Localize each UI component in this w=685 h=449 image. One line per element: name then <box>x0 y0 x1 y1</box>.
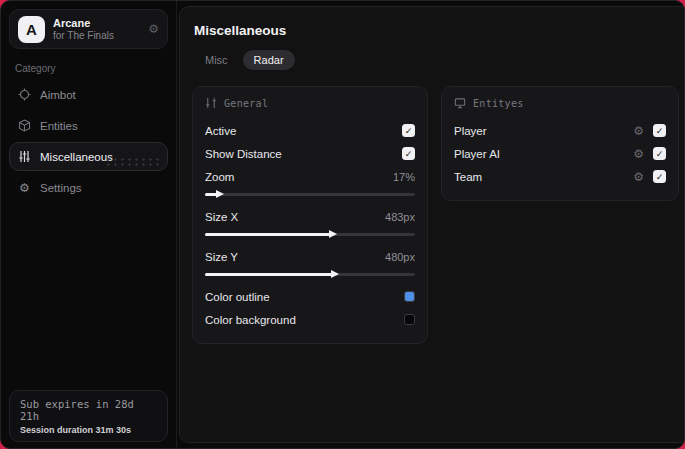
crosshair-icon <box>18 88 31 101</box>
gear-icon[interactable]: ⚙ <box>633 147 644 161</box>
entities-panel-header: Entityes <box>454 97 666 109</box>
page-title: Miscellaneous <box>194 23 677 38</box>
entities-panel: Entityes Player ⚙ Player AI ⚙ <box>441 86 679 201</box>
sidebar: A Arcane for The Finals ⚙ Category Aimbo… <box>1 1 177 448</box>
slider-value: 480px <box>385 251 415 263</box>
slider-thumb[interactable] <box>216 190 224 198</box>
slider-value: 17% <box>393 171 415 183</box>
player-checkbox[interactable] <box>653 124 666 137</box>
sub-expiry-text: Sub expires in 28d 21h <box>20 398 157 422</box>
toggle-label: Show Distance <box>205 148 282 160</box>
gear-icon[interactable]: ⚙ <box>148 23 159 35</box>
sidebar-item-settings[interactable]: ⚙ Settings <box>9 173 168 202</box>
entity-label: Player <box>454 125 487 137</box>
show-distance-checkbox[interactable] <box>402 147 415 160</box>
sidebar-item-entities[interactable]: Entities <box>9 111 168 140</box>
user-meta: Arcane for The Finals <box>53 17 140 41</box>
entity-row-player: Player ⚙ <box>454 119 666 142</box>
sidebar-item-label: Aimbot <box>40 89 76 101</box>
entity-label: Team <box>454 171 482 183</box>
slider-track <box>205 193 415 196</box>
general-panel: General Active Show Distance Zoom 17% <box>192 86 428 344</box>
entity-row-team: Team ⚙ <box>454 165 666 188</box>
tab-radar[interactable]: Radar <box>243 50 295 70</box>
main-wrapper: Miscellaneous Misc Radar General <box>177 1 685 448</box>
size-y-slider[interactable] <box>205 269 415 279</box>
sidebar-item-label: Miscellaneous <box>40 151 113 163</box>
app-window: A Arcane for The Finals ⚙ Category Aimbo… <box>0 0 685 449</box>
slider-label: Zoom <box>205 171 234 183</box>
sidebar-item-aimbot[interactable]: Aimbot <box>9 80 168 109</box>
toggle-label: Active <box>205 125 236 137</box>
toggle-row-show-distance: Show Distance <box>205 142 415 165</box>
user-card[interactable]: A Arcane for The Finals ⚙ <box>9 9 168 49</box>
color-label: Color outline <box>205 291 270 303</box>
entity-row-player-ai: Player AI ⚙ <box>454 142 666 165</box>
slider-row-size-y: Size Y 480px <box>205 245 415 268</box>
category-label: Category <box>15 63 162 74</box>
avatar: A <box>18 16 45 43</box>
slider-row-size-x: Size X 483px <box>205 205 415 228</box>
sidebar-item-label: Entities <box>40 120 78 132</box>
color-row-background: Color background <box>205 308 415 331</box>
entities-panel-title: Entityes <box>473 98 524 109</box>
tab-bar: Misc Radar <box>194 50 679 70</box>
slider-value: 483px <box>385 211 415 223</box>
panels-row: General Active Show Distance Zoom 17% <box>192 86 679 344</box>
cube-icon <box>18 119 31 132</box>
app-subtitle: for The Finals <box>53 30 140 42</box>
sidebar-item-label: Settings <box>40 182 82 194</box>
general-panel-title: General <box>224 98 268 109</box>
slider-label: Size X <box>205 211 238 223</box>
app-name: Arcane <box>53 17 140 30</box>
sidebar-item-miscellaneous[interactable]: Miscellaneous <box>9 142 168 171</box>
main-content: Miscellaneous Misc Radar General <box>179 6 685 443</box>
subscription-card: Sub expires in 28d 21h Session duration … <box>9 390 168 442</box>
gear-icon[interactable]: ⚙ <box>633 124 644 138</box>
sliders-icon <box>18 150 31 163</box>
gear-icon[interactable]: ⚙ <box>633 170 644 184</box>
zoom-slider[interactable] <box>205 189 415 199</box>
slider-label: Size Y <box>205 251 238 263</box>
slider-row-zoom: Zoom 17% <box>205 165 415 188</box>
tab-misc[interactable]: Misc <box>194 50 239 70</box>
outline-color-swatch[interactable] <box>404 291 415 302</box>
background-color-swatch[interactable] <box>404 314 415 325</box>
toggle-row-active: Active <box>205 119 415 142</box>
size-x-slider[interactable] <box>205 229 415 239</box>
monitor-icon <box>454 97 466 109</box>
color-label: Color background <box>205 314 296 326</box>
entity-label: Player AI <box>454 148 500 160</box>
slider-thumb[interactable] <box>331 270 339 278</box>
color-row-outline: Color outline <box>205 285 415 308</box>
general-panel-header: General <box>205 97 415 109</box>
slider-fill <box>205 273 333 276</box>
player-ai-checkbox[interactable] <box>653 147 666 160</box>
slider-fill <box>205 233 331 236</box>
sliders-icon <box>205 97 217 109</box>
team-checkbox[interactable] <box>653 170 666 183</box>
slider-thumb[interactable] <box>329 230 337 238</box>
session-duration-text: Session duration 31m 30s <box>20 425 157 435</box>
active-checkbox[interactable] <box>402 124 415 137</box>
sidebar-nav: Aimbot Entities <box>9 80 168 202</box>
gear-icon: ⚙ <box>18 181 31 194</box>
